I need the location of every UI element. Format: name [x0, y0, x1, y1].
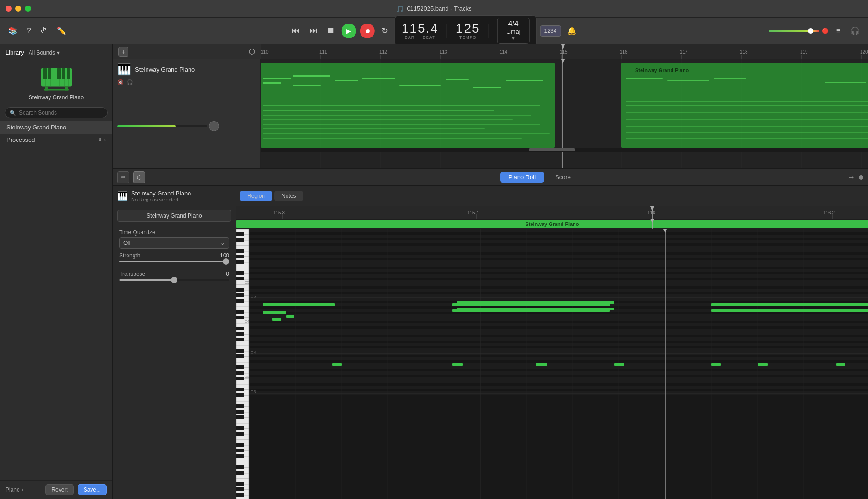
minimize-button[interactable] [15, 6, 21, 12]
revert-button[interactable]: Revert [45, 484, 73, 495]
fullscreen-button[interactable] [25, 6, 31, 12]
piano-roll-header: ✏ ⬡ Piano Roll Score ↔ [113, 169, 868, 186]
pencil-tool-button[interactable]: ✏ [117, 171, 129, 183]
svg-rect-75 [714, 78, 746, 79]
close-button[interactable] [6, 6, 12, 12]
svg-rect-158 [249, 323, 868, 326]
rewind-button[interactable]: ⏮ [289, 24, 303, 37]
mute-button[interactable]: 🔇 [117, 79, 124, 85]
svg-rect-181 [249, 389, 868, 391]
piano-roll-section: ✏ ⬡ Piano Roll Score ↔ 🎹 Steinway Grand [113, 169, 868, 499]
svg-rect-177 [249, 377, 868, 380]
svg-rect-137 [249, 263, 868, 267]
svg-rect-176 [249, 375, 868, 377]
pr-track-subheader: 🎹 Steinway Grand Piano No Regions select… [113, 186, 868, 206]
svg-rect-159 [249, 326, 868, 329]
chevron-right-icon: › [104, 137, 106, 143]
pr-ruler-svg: 115.3 115.4 116 116.2 [236, 206, 868, 219]
transpose-value: 0 [226, 271, 229, 277]
help-icon[interactable]: ? [24, 25, 34, 37]
save-button[interactable]: Save... [78, 484, 107, 495]
cycle-button[interactable]: ↻ [379, 24, 391, 38]
fast-forward-button[interactable]: ⏭ [306, 24, 320, 37]
count-in-button[interactable]: 1234 [540, 25, 561, 37]
piano-label[interactable]: Piano › [6, 487, 24, 493]
instrument-name-label: Steinway Grand Piano [29, 94, 84, 101]
add-track-button[interactable]: + [118, 47, 128, 57]
pr-header-left: ✏ ⬡ [113, 171, 236, 183]
note-grid[interactable]: C5 C4 C3 [249, 229, 868, 499]
all-sounds-button[interactable]: All Sounds ▾ [29, 49, 60, 56]
tempo-label: TEMPO [459, 35, 477, 40]
svg-rect-135 [249, 258, 868, 260]
pr-piano-icon: 🎹 [117, 191, 128, 201]
svg-rect-148 [249, 294, 868, 298]
library-icon[interactable]: 📚 [6, 24, 20, 37]
svg-rect-131 [249, 246, 868, 249]
svg-rect-64 [263, 115, 531, 116]
svg-rect-203 [272, 318, 281, 321]
cursor-tool-button[interactable]: ⬡ [133, 171, 145, 183]
list-item-processed[interactable]: Processed ⬇ › [0, 134, 112, 146]
search-box[interactable]: 🔍 [5, 107, 108, 118]
play-button[interactable]: ▶ [342, 24, 356, 38]
svg-rect-128 [249, 238, 868, 240]
expand-icon[interactable]: ↔ [848, 173, 855, 182]
svg-rect-65 [263, 119, 513, 120]
tab-piano-roll[interactable]: Piano Roll [500, 172, 544, 183]
track-piano-icon: 🎹 [117, 63, 131, 76]
master-volume-thumb [808, 28, 813, 34]
tab-score[interactable]: Score [547, 172, 579, 183]
region-panel: Steinway Grand Piano Time Quantize Off ⌄… [113, 206, 236, 499]
svg-rect-204 [286, 315, 294, 318]
svg-rect-81 [626, 101, 868, 102]
svg-rect-73 [626, 85, 654, 85]
smart-control-icon[interactable]: ⬡ [249, 47, 255, 56]
region-tab[interactable]: Region [240, 191, 272, 201]
svg-rect-164 [249, 341, 868, 343]
svg-rect-59 [446, 79, 469, 80]
track-timeline[interactable]: Steinway Grand Piano [261, 59, 868, 168]
svg-rect-211 [836, 363, 845, 366]
svg-text:115: 115 [560, 49, 568, 55]
key-display[interactable]: 4/4 Cmaj ▼ [497, 18, 530, 44]
search-input[interactable] [19, 110, 103, 116]
transpose-slider[interactable] [119, 279, 229, 281]
svg-rect-170 [249, 357, 868, 360]
list-view-button[interactable]: ≡ [833, 25, 843, 37]
tracks-header-left: + ⬡ [113, 47, 261, 57]
volume-control[interactable] [117, 87, 219, 164]
time-quantize-dropdown[interactable]: Off ⌄ [119, 237, 229, 249]
svg-rect-139 [249, 269, 868, 272]
keys-and-grid: C5 C4 C3 [236, 229, 868, 499]
svg-rect-167 [249, 348, 868, 352]
strength-slider[interactable] [119, 261, 229, 262]
svg-rect-57 [362, 78, 395, 79]
edit-mode-icon[interactable]: ✏️ [54, 24, 69, 37]
pr-track-info: 🎹 Steinway Grand Piano No Regions select… [113, 190, 236, 202]
piano-keyboard: C5 C4 C3 [236, 229, 249, 499]
pr-region-bar-svg: Steinway Grand Piano [236, 219, 868, 229]
strength-section: Strength 100 [113, 250, 236, 269]
metronome-icon[interactable]: ⏱ [37, 25, 50, 37]
svg-text:120: 120 [860, 49, 868, 55]
svg-rect-87 [626, 138, 868, 139]
library-tab[interactable]: Library [6, 49, 24, 56]
region-name-field[interactable]: Steinway Grand Piano [117, 210, 231, 222]
headphone-button[interactable]: 🎧 [848, 24, 862, 37]
volume-knob[interactable] [209, 121, 219, 131]
headphone-button[interactable]: 🎧 [127, 79, 133, 85]
record-button[interactable]: ⏺ [360, 24, 375, 38]
sidebar-footer: Piano › Revert Save... [0, 480, 112, 499]
svg-rect-199 [263, 303, 335, 306]
tuner-button[interactable]: 🔔 [564, 24, 579, 37]
transpose-thumb [171, 277, 177, 283]
stop-button[interactable]: ⏹ [324, 24, 338, 37]
steinway-label: Steinway Grand Piano [6, 124, 106, 131]
notes-tab[interactable]: Notes [274, 191, 303, 201]
svg-rect-132 [249, 249, 868, 252]
master-volume-control[interactable]: 🔴 [769, 28, 829, 34]
list-item-steinway[interactable]: Steinway Grand Piano [0, 121, 112, 134]
divider-1 [447, 24, 447, 38]
strength-label: Strength [119, 252, 140, 259]
